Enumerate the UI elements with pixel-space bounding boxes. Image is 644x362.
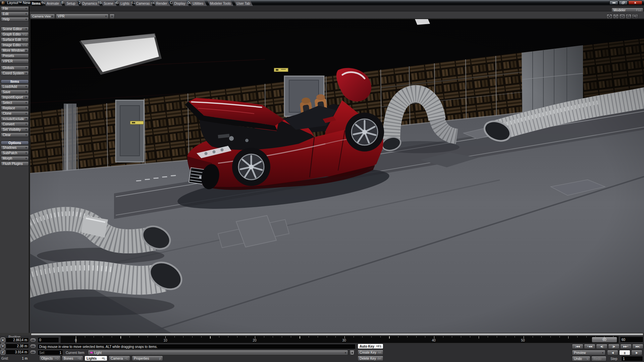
pause-button[interactable]: || (619, 350, 630, 355)
menu-edit[interactable]: Edit▾ (1, 12, 29, 16)
sidebar-item-import-export[interactable]: Import/Export▾ (1, 95, 29, 100)
menu-tab-row (0, 5, 644, 11)
tab-display[interactable]: Display (171, 0, 189, 6)
restore-button[interactable] (619, 1, 628, 5)
frame-slider-handle[interactable]: 60 (592, 337, 617, 343)
y-stepper[interactable]: ◀▶ (30, 344, 36, 348)
position-y-field[interactable]: 2.38 m (6, 344, 29, 349)
sidebar-item-load-add[interactable]: Load/Add▾ (1, 84, 29, 89)
lights-mode-button[interactable]: Lights+L (85, 356, 107, 361)
sidebar-item-select[interactable]: Select▾ (1, 101, 29, 105)
rotate-view-button[interactable] (619, 14, 625, 19)
current-item-label: Current Item (66, 350, 85, 355)
preview-dropdown[interactable]: Preview▾ (572, 350, 605, 355)
sidebar-item-set-visibility[interactable]: Set Visibility▾ (1, 127, 29, 132)
end-frame-field[interactable]: 60 (620, 337, 643, 343)
sidebar-item-viper[interactable]: VIPER (1, 59, 29, 63)
sidebar-item-image-editor[interactable]: Image Editor^F4 (1, 43, 29, 47)
app-icon (1, 1, 5, 5)
create-key-button[interactable]: Create Keyret (358, 350, 383, 355)
panel-icon (351, 351, 353, 354)
play-reverse-button[interactable]: ◀ (607, 350, 618, 355)
sidebar-item-presets[interactable]: Presets (1, 54, 29, 58)
position-x-field[interactable]: 2.8614 m (6, 338, 29, 343)
step-back-button[interactable]: ◀|| (596, 344, 607, 349)
properties-button[interactable]: Propertiesp (132, 356, 163, 361)
sidebar-item-morph[interactable]: Morph▾ (1, 156, 29, 161)
z-stepper[interactable]: ◀▶ (30, 350, 36, 354)
pan-view-button[interactable] (613, 14, 619, 19)
fit-view-button[interactable] (632, 14, 638, 19)
tab-setup[interactable]: Setup (63, 0, 79, 6)
lightwave-layout-window: Layout™ NewTek LightWave 3D ® HC Rev 201… (0, 0, 644, 362)
sidebar-item-subpatch[interactable]: SubPatch▾ (1, 151, 29, 155)
tab-cameras[interactable]: Cameras (133, 0, 153, 6)
sidebar-item-graph-editor[interactable]: Graph Editor^F2 (1, 32, 29, 37)
vignette (30, 19, 644, 333)
selection-count-field[interactable]: Sel:1 (38, 350, 63, 355)
viewport-toolbar (30, 11, 644, 19)
next-keyframe-button[interactable]: ▶▶+ (620, 344, 632, 349)
sidebar-item-convert[interactable]: Convert▾ (1, 122, 29, 126)
items-section-header: Items (1, 79, 29, 83)
tab-render[interactable]: Render (153, 0, 170, 6)
auto-key-button[interactable]: Auto Key+F1 (358, 344, 383, 349)
menu-file[interactable]: File▾ (1, 6, 29, 11)
tab-scene[interactable]: Scene (100, 0, 117, 6)
go-end-button[interactable]: ▶▶| (632, 344, 643, 349)
sidebar-item-globals[interactable]: Globals▾ (1, 66, 29, 70)
sidebar-item-replace[interactable]: Replace▾ (1, 106, 29, 110)
axis-y-button[interactable]: Y (1, 344, 5, 349)
close-button[interactable]: × (628, 1, 642, 5)
prev-keyframe-button[interactable]: +◀◀ (584, 344, 595, 349)
timeline-ruler[interactable]: 0 10 20 30 40 50 60 (60, 336, 619, 343)
grid-value: 1 m (11, 356, 29, 361)
sidebar-item-clear[interactable]: Clear▾ (1, 133, 29, 137)
tab-lights[interactable]: Lights (117, 0, 133, 6)
tab-animate[interactable]: Animate (43, 0, 62, 6)
sidebar-item-more-windows[interactable]: More Windows▾ (1, 48, 29, 53)
chevron-down-icon: ▾ (105, 15, 107, 18)
bones-mode-button[interactable]: Bones+B (62, 356, 83, 361)
redo-button[interactable]: Redo (591, 356, 606, 361)
center-item-button[interactable] (606, 14, 612, 19)
minimize-button[interactable] (609, 1, 618, 5)
x-stepper[interactable]: ◀▶ (30, 338, 36, 342)
undo-button[interactable]: Undou (572, 356, 590, 361)
render-options-dropdown[interactable]: ▾ (109, 14, 115, 19)
tab-utilities[interactable]: Utilities (189, 0, 207, 6)
current-frame-field[interactable]: 0 (38, 337, 59, 343)
view-mode-dropdown[interactable]: Camera View▾ (30, 14, 55, 19)
zoom-view-button[interactable] (626, 14, 632, 19)
sidebar-item-include-exclude[interactable]: Include/Exclude▾ (1, 117, 29, 121)
sidebar-item-surface-editor[interactable]: Surface Editor^F3 (1, 38, 29, 42)
cameras-mode-button[interactable]: Cameras+C (109, 356, 130, 361)
tick-label: 30 (342, 339, 346, 342)
render-mode-dropdown[interactable]: VPR▾ (56, 14, 109, 19)
pan-arrows-icon (614, 14, 618, 18)
sidebar-item-save[interactable]: Save▾ (1, 90, 29, 94)
item-properties-mini-button[interactable] (350, 350, 355, 355)
objects-mode-button[interactable]: Objects+O (39, 356, 61, 361)
chevron-down-icon: ▾ (52, 15, 53, 18)
menu-help[interactable]: Help▾ (1, 17, 29, 21)
axis-x-button[interactable]: X (1, 338, 5, 343)
delete-key-button[interactable]: Delete Keydel (358, 356, 383, 361)
viewport-3d[interactable] (30, 19, 644, 333)
sidebar-item-coord-system[interactable]: Coord System▾ (1, 71, 29, 75)
go-start-button[interactable]: |◀◀ (572, 344, 583, 349)
sidebar-item-clone[interactable]: Clone▾ (1, 111, 29, 116)
axis-z-button[interactable]: Z (1, 350, 5, 355)
current-item-dropdown[interactable]: Light ▾ (88, 350, 348, 355)
step-forward-button[interactable]: ||▶ (608, 344, 620, 349)
sidebar-item-shadows[interactable]: Shadows▾ (1, 145, 29, 150)
tab-modeler-tools[interactable]: Modeler Tools (207, 0, 233, 6)
sidebar-item-scene-editor[interactable]: Scene Editor▾ (1, 27, 29, 31)
sidebar-item-flush-plugins[interactable]: Flush Plugins (1, 162, 29, 166)
viewport-scrollbar[interactable] (31, 333, 643, 336)
play-forward-button[interactable]: ▶ (631, 350, 642, 355)
step-field[interactable]: 1 (621, 356, 643, 361)
position-z-field[interactable]: 3.914 m (6, 350, 29, 355)
tab-dynamics[interactable]: Dynamics (79, 0, 100, 6)
tab-user-tab[interactable]: User Tab (234, 0, 253, 6)
